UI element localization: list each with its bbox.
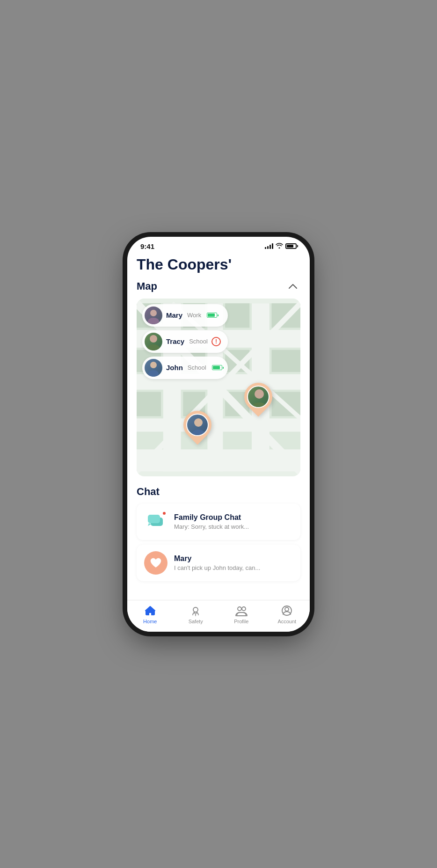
mary-avatar bbox=[145, 306, 162, 324]
account-nav-label: Account bbox=[277, 619, 296, 624]
tracy-name: Tracy bbox=[166, 337, 184, 345]
home-nav-label: Home bbox=[143, 619, 157, 624]
svg-rect-36 bbox=[148, 515, 160, 523]
mary-chat-info: Mary I can't pick up John today, can... bbox=[174, 554, 293, 571]
status-bar: 9:41 bbox=[127, 237, 310, 252]
mary-name: Mary bbox=[166, 311, 182, 319]
mary-location: Work bbox=[187, 312, 201, 319]
svg-point-31 bbox=[192, 430, 205, 436]
bottom-nav: Home Safety bbox=[127, 600, 310, 632]
group-chat-icon bbox=[144, 510, 168, 533]
map-section-title: Map bbox=[137, 280, 157, 292]
account-icon bbox=[280, 604, 293, 617]
svg-point-32 bbox=[255, 389, 264, 399]
svg-rect-16 bbox=[137, 392, 161, 416]
notification-dot bbox=[162, 511, 167, 516]
svg-point-26 bbox=[150, 335, 157, 343]
svg-point-30 bbox=[194, 418, 203, 427]
chat-section: Chat bbox=[137, 486, 300, 581]
status-icons bbox=[265, 243, 297, 250]
home-icon bbox=[144, 604, 157, 617]
john-avatar bbox=[145, 359, 162, 377]
svg-point-33 bbox=[252, 402, 267, 408]
mary-chat-avatar bbox=[144, 551, 168, 575]
tracy-avatar bbox=[145, 333, 162, 350]
svg-rect-15 bbox=[272, 350, 300, 372]
svg-point-38 bbox=[238, 607, 241, 611]
profile-nav-label: Profile bbox=[234, 619, 248, 624]
chat-section-title: Chat bbox=[137, 486, 300, 498]
mary-battery bbox=[207, 313, 217, 318]
svg-point-39 bbox=[242, 607, 246, 611]
john-name: John bbox=[166, 364, 183, 372]
status-time: 9:41 bbox=[140, 242, 154, 250]
svg-rect-10 bbox=[225, 303, 249, 328]
nav-home[interactable]: Home bbox=[127, 604, 173, 624]
tracy-map-pin[interactable] bbox=[244, 383, 272, 411]
john-map-pin[interactable] bbox=[183, 411, 211, 439]
member-list: Mary Work bbox=[142, 304, 228, 379]
mary-chip[interactable]: Mary Work bbox=[142, 304, 228, 327]
svg-point-27 bbox=[147, 344, 160, 350]
group-chat-name: Family Group Chat bbox=[174, 513, 293, 522]
signal-icon bbox=[265, 243, 273, 249]
safety-nav-label: Safety bbox=[189, 619, 203, 624]
content-area: The Coopers' Map bbox=[127, 252, 310, 600]
svg-point-37 bbox=[193, 607, 198, 612]
svg-point-28 bbox=[150, 362, 157, 368]
tracy-location: School bbox=[189, 338, 208, 345]
john-location: School bbox=[188, 364, 206, 371]
battery-icon bbox=[285, 243, 297, 249]
john-battery bbox=[212, 365, 222, 370]
mary-chat-preview: I can't pick up John today, can... bbox=[174, 564, 293, 571]
safety-icon bbox=[189, 604, 202, 617]
profile-icon bbox=[235, 604, 248, 617]
map-section-header: Map bbox=[137, 279, 300, 294]
mary-chat-name: Mary bbox=[174, 554, 293, 563]
svg-point-41 bbox=[285, 607, 289, 611]
phone-frame: 9:41 The Coopers' bbox=[127, 237, 310, 632]
family-group-chat-card[interactable]: Family Group Chat Mary: Sorry, stuck at … bbox=[137, 503, 300, 540]
svg-point-29 bbox=[148, 370, 159, 377]
mary-chat-card[interactable]: Mary I can't pick up John today, can... bbox=[137, 545, 300, 581]
wifi-icon bbox=[276, 243, 283, 250]
nav-account[interactable]: Account bbox=[264, 604, 310, 624]
nav-profile[interactable]: Profile bbox=[218, 604, 264, 624]
tracy-alert-icon: ! bbox=[211, 337, 221, 346]
map-container[interactable]: Mary Work bbox=[137, 299, 300, 476]
map-collapse-button[interactable] bbox=[285, 279, 300, 294]
john-chip[interactable]: John School bbox=[142, 357, 228, 379]
nav-safety[interactable]: Safety bbox=[173, 604, 219, 624]
tracy-chip[interactable]: Tracy School ! bbox=[142, 330, 228, 353]
group-chat-info: Family Group Chat Mary: Sorry, stuck at … bbox=[174, 513, 293, 530]
page-title: The Coopers' bbox=[137, 252, 300, 279]
group-chat-preview: Mary: Sorry, stuck at work... bbox=[174, 523, 293, 530]
